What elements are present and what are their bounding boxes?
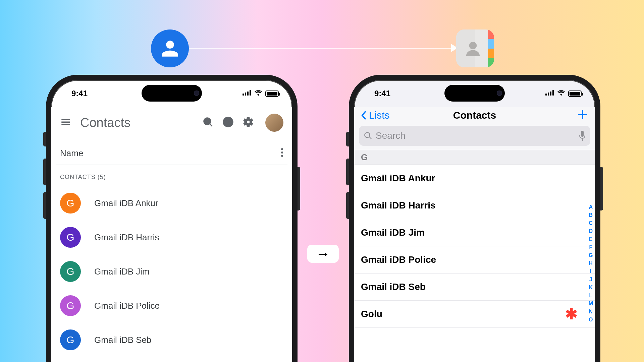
- cellular-signal-icon: [243, 90, 251, 97]
- contact-avatar-badge: G: [60, 227, 81, 248]
- contact-row[interactable]: Gmail iDB Ankur: [354, 165, 595, 192]
- contact-name: Gmail iDB Harris: [94, 232, 159, 243]
- index-letter[interactable]: I: [589, 268, 593, 275]
- contact-avatar-badge: G: [60, 261, 81, 282]
- contact-name: Gmail iDB Police: [94, 301, 160, 311]
- battery-icon: [568, 90, 582, 97]
- contact-row[interactable]: GGmail iDB Ankur: [56, 186, 287, 220]
- back-button[interactable]: Lists: [361, 110, 390, 121]
- index-letter[interactable]: G: [589, 252, 593, 258]
- section-index-header: G: [354, 150, 595, 165]
- contact-name: Gmail iDB Police: [361, 254, 436, 265]
- index-letter[interactable]: F: [589, 244, 593, 250]
- contact-name: Gmail iDB Jim: [94, 266, 150, 277]
- contact-avatar-badge: G: [60, 295, 81, 316]
- wifi-icon: [254, 90, 262, 97]
- contact-row[interactable]: GGmail iDB Harris: [56, 220, 287, 254]
- contact-name: Gmail iDB Jim: [361, 227, 425, 238]
- contact-row[interactable]: Gmail iDB Seb: [354, 274, 595, 301]
- google-contacts-screen: Contacts Name CONTACTS (5) GGmail iDB An…: [51, 107, 292, 362]
- emergency-star-icon: ✱: [565, 311, 588, 317]
- svg-point-8: [227, 124, 228, 125]
- battery-icon: [265, 90, 279, 97]
- contact-name: Golu: [361, 309, 382, 319]
- svg-rect-14: [550, 92, 551, 96]
- index-letter[interactable]: L: [589, 293, 593, 299]
- svg-point-9: [281, 148, 283, 150]
- chevron-left-icon: [361, 110, 368, 121]
- contact-name: Gmail iDB Harris: [361, 200, 436, 211]
- back-label: Lists: [369, 110, 390, 121]
- svg-rect-15: [552, 90, 554, 96]
- nav-bar: Lists Contacts: [354, 107, 595, 125]
- search-icon: [364, 131, 372, 140]
- contact-row[interactable]: Golu✱: [354, 301, 595, 328]
- phone-mockup-google: 9:41 Contacts Name CONTACTS (5: [46, 75, 298, 362]
- dynamic-island: [444, 85, 505, 102]
- contact-row[interactable]: Gmail iDB Jim: [354, 219, 595, 246]
- profile-avatar[interactable]: [265, 114, 283, 132]
- index-letter[interactable]: J: [589, 277, 593, 283]
- index-letter[interactable]: A: [589, 204, 593, 210]
- contact-name: Gmail iDB Ankur: [94, 198, 158, 208]
- contact-avatar-badge: G: [60, 193, 81, 214]
- index-letter[interactable]: O: [589, 317, 593, 323]
- contact-row[interactable]: GGmail iDB Jim: [56, 254, 287, 289]
- index-letter[interactable]: E: [589, 236, 593, 242]
- svg-rect-12: [545, 94, 547, 96]
- search-icon[interactable]: [202, 116, 214, 129]
- svg-rect-2: [245, 93, 246, 96]
- contact-row[interactable]: Gmail iDB Harris: [354, 192, 595, 219]
- contact-row[interactable]: GGmail iDB Police: [56, 289, 287, 323]
- contact-name: Gmail iDB Seb: [361, 282, 426, 292]
- search-input[interactable]: Search: [359, 126, 590, 146]
- svg-rect-18: [581, 131, 584, 137]
- more-vert-icon[interactable]: [281, 148, 283, 159]
- svg-point-11: [281, 155, 283, 157]
- index-letter[interactable]: B: [589, 212, 593, 218]
- gear-icon[interactable]: [243, 116, 254, 129]
- contact-avatar-badge: G: [60, 329, 81, 350]
- add-contact-button[interactable]: [577, 109, 588, 122]
- index-letter[interactable]: N: [589, 309, 593, 315]
- contact-row[interactable]: GGmail iDB Seb: [56, 323, 287, 357]
- index-letter[interactable]: M: [589, 301, 593, 307]
- contact-name: Gmail iDB Seb: [94, 335, 152, 345]
- dynamic-island: [142, 85, 202, 102]
- contact-row[interactable]: Gmail iDB Police: [354, 246, 595, 274]
- page-title: Contacts: [453, 110, 496, 121]
- contact-name: Gmail iDB Ankur: [361, 173, 435, 184]
- svg-rect-4: [250, 90, 251, 96]
- cellular-signal-icon: [545, 90, 554, 97]
- index-letter[interactable]: C: [589, 220, 593, 226]
- svg-rect-3: [247, 92, 249, 96]
- apple-contacts-screen: Lists Contacts Search G Gmail iDB AnkurG…: [354, 107, 595, 362]
- transfer-arrow-line: [189, 48, 456, 49]
- svg-line-6: [210, 124, 212, 126]
- arrow-right-icon: →: [307, 245, 339, 263]
- alphabet-index[interactable]: ABCDEFGHIJKLMNO: [589, 204, 593, 323]
- search-placeholder: Search: [376, 130, 576, 141]
- google-contacts-app-icon: [151, 29, 189, 67]
- section-header: CONTACTS (5): [51, 165, 292, 186]
- svg-point-5: [204, 118, 211, 125]
- plus-icon: [577, 109, 588, 120]
- mic-icon[interactable]: [579, 131, 586, 141]
- index-letter[interactable]: K: [589, 285, 593, 291]
- svg-rect-1: [243, 94, 244, 96]
- svg-point-10: [281, 152, 283, 154]
- apple-contacts-app-icon: [456, 29, 494, 67]
- svg-point-0: [469, 42, 477, 49]
- svg-rect-13: [548, 93, 549, 96]
- app-title: Contacts: [80, 116, 194, 130]
- sort-label[interactable]: Name: [60, 148, 281, 159]
- index-letter[interactable]: H: [589, 260, 593, 266]
- phone-mockup-apple: 9:41 Lists Contacts: [349, 75, 600, 362]
- hamburger-menu-icon[interactable]: [60, 116, 71, 129]
- index-letter[interactable]: D: [589, 228, 593, 234]
- wifi-icon: [557, 90, 565, 97]
- help-icon[interactable]: [222, 116, 234, 129]
